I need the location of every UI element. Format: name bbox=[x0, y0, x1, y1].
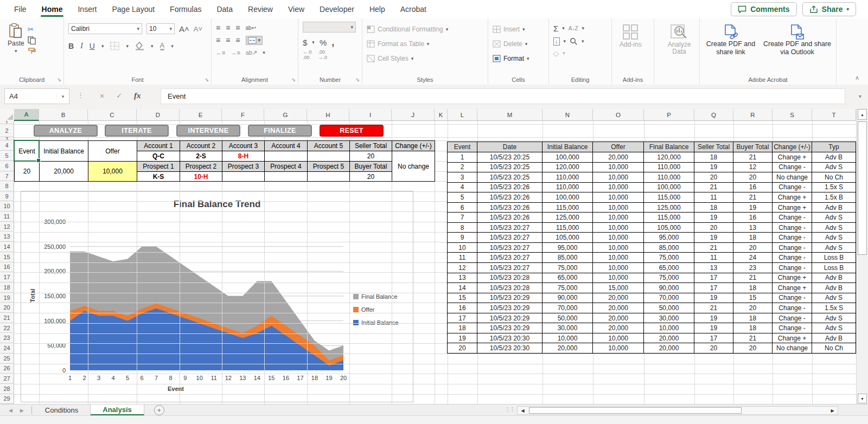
cell[interactable]: 10/5/23 20:27 bbox=[477, 233, 542, 243]
select-all-corner[interactable] bbox=[0, 109, 15, 121]
row-header-13[interactable]: 13 bbox=[0, 232, 14, 242]
cell[interactable]: 50,000 bbox=[542, 313, 593, 323]
clear-icon[interactable]: ◇ bbox=[553, 49, 559, 57]
cell[interactable]: 17 bbox=[694, 273, 733, 283]
cell[interactable]: 20,000 bbox=[593, 313, 644, 323]
formula-input[interactable]: Event bbox=[161, 88, 845, 104]
cell[interactable]: 16 bbox=[733, 213, 773, 223]
ribbon-tab-review[interactable]: Review bbox=[241, 2, 279, 17]
row-header-25[interactable]: 25 bbox=[0, 354, 14, 364]
cell[interactable]: 20,000 bbox=[593, 303, 644, 313]
cell[interactable]: No Ch bbox=[812, 343, 856, 354]
row-header-26[interactable]: 26 bbox=[0, 364, 14, 374]
row-header-2[interactable]: 2 bbox=[0, 124, 14, 137]
cell[interactable]: 18 bbox=[694, 152, 733, 163]
cell[interactable]: 10,000 bbox=[593, 273, 644, 283]
cell[interactable]: 10-H bbox=[180, 171, 222, 182]
cell[interactable]: Account 2 bbox=[180, 140, 222, 151]
ribbon-tab-acrobat[interactable]: Acrobat bbox=[394, 2, 433, 17]
cell[interactable]: 10/5/23 20:25 bbox=[477, 152, 542, 163]
cell[interactable]: Change - bbox=[773, 182, 812, 192]
cell[interactable]: 20 bbox=[733, 303, 773, 313]
row-header-22[interactable]: 22 bbox=[0, 323, 14, 333]
cell[interactable]: 10,000 bbox=[88, 161, 137, 182]
cell[interactable]: 75,000 bbox=[542, 283, 593, 293]
cell[interactable]: 16 bbox=[733, 182, 773, 192]
cell[interactable]: 100,000 bbox=[542, 192, 593, 203]
cell[interactable]: Adv S bbox=[812, 233, 856, 243]
cell[interactable]: 10/5/23 20:30 bbox=[477, 333, 542, 343]
row-header-12[interactable]: 12 bbox=[0, 222, 14, 232]
cell-styles-button[interactable]: Cell Styles ▾ bbox=[367, 51, 483, 66]
cell[interactable]: 13 bbox=[694, 263, 733, 273]
row-header-6[interactable]: 6 bbox=[0, 161, 14, 171]
cell[interactable]: 75,000 bbox=[644, 273, 694, 283]
cell[interactable]: 24 bbox=[733, 253, 773, 263]
cell[interactable]: 14 bbox=[448, 283, 477, 293]
cell[interactable]: Buyer Total bbox=[349, 161, 392, 172]
cell[interactable]: Account 5 bbox=[307, 140, 350, 151]
cell[interactable]: Prospect 3 bbox=[222, 161, 265, 172]
cell[interactable]: 125,000 bbox=[542, 213, 593, 223]
row-header-5[interactable]: 5 bbox=[0, 151, 14, 161]
cell[interactable]: 105,000 bbox=[542, 233, 593, 243]
cell[interactable]: 10,000 bbox=[593, 222, 644, 233]
cell[interactable]: Change + bbox=[773, 192, 812, 203]
alignment-dialog-launcher-icon[interactable]: ⇘ bbox=[291, 77, 296, 82]
column-header-H[interactable]: H bbox=[307, 109, 349, 121]
cell[interactable]: 10/5/23 20:29 bbox=[477, 313, 542, 323]
column-header-P[interactable]: P bbox=[644, 109, 694, 121]
cell[interactable]: 10,000 bbox=[593, 333, 644, 343]
cell[interactable]: 30,000 bbox=[542, 323, 593, 333]
italic-button[interactable]: I bbox=[80, 42, 83, 50]
cancel-icon[interactable]: × bbox=[100, 92, 104, 100]
ribbon-tab-view[interactable]: View bbox=[282, 2, 311, 17]
hscroll-right-icon[interactable]: ▶ bbox=[828, 407, 837, 414]
cell[interactable]: 19 bbox=[694, 233, 733, 243]
column-header-F[interactable]: F bbox=[222, 109, 264, 121]
cell[interactable]: 10,000 bbox=[593, 192, 644, 203]
cell[interactable]: 21 bbox=[733, 273, 773, 283]
cell[interactable]: 3 bbox=[448, 172, 477, 183]
cell[interactable]: 15,000 bbox=[593, 283, 644, 293]
cell[interactable]: 30,000 bbox=[644, 313, 694, 323]
cell[interactable]: 10,000 bbox=[593, 172, 644, 183]
merge-and-center-button[interactable]: ▾ bbox=[246, 36, 263, 45]
events-col-date[interactable]: Date bbox=[477, 142, 542, 152]
cell[interactable]: 10,000 bbox=[593, 213, 644, 223]
cell[interactable]: No change bbox=[773, 172, 812, 183]
clipboard-dialog-launcher-icon[interactable]: ⇘ bbox=[57, 77, 61, 82]
fill-color-chevron-icon[interactable]: ▾ bbox=[151, 43, 154, 49]
row-header-7[interactable]: 7 bbox=[0, 171, 14, 181]
cell[interactable]: Prospect 5 bbox=[307, 161, 350, 172]
cell[interactable]: Loss B bbox=[812, 263, 856, 273]
row-header-15[interactable]: 15 bbox=[0, 252, 14, 262]
cell[interactable]: 1 bbox=[448, 152, 477, 163]
accounting-chevron-icon[interactable]: ▾ bbox=[312, 40, 315, 45]
cut-icon[interactable]: ✂ bbox=[28, 25, 36, 34]
cell[interactable]: 10/5/23 20:28 bbox=[477, 273, 542, 283]
cell[interactable]: Change - bbox=[773, 313, 812, 323]
cell[interactable]: 18 bbox=[448, 323, 477, 333]
hscroll-left-icon[interactable]: ◀ bbox=[518, 407, 527, 414]
cell[interactable]: 10/5/23 20:27 bbox=[477, 222, 542, 233]
analyze-data-button[interactable]: Analyze Data bbox=[659, 22, 700, 56]
row-header-29[interactable]: 29 bbox=[0, 394, 14, 404]
sheet-tab-analysis[interactable]: Analysis bbox=[91, 404, 144, 416]
column-header-T[interactable]: T bbox=[812, 109, 856, 121]
cell[interactable]: 17 bbox=[448, 313, 477, 323]
row-header-21[interactable]: 21 bbox=[0, 313, 14, 323]
cell[interactable]: Change - bbox=[773, 323, 812, 333]
cell[interactable]: Change - bbox=[773, 303, 812, 313]
row-header-27[interactable]: 27 bbox=[0, 374, 14, 384]
cell[interactable]: 20 bbox=[14, 161, 40, 182]
cell[interactable]: Initial Balance bbox=[39, 140, 88, 162]
cell[interactable]: 10/5/23 20:26 bbox=[477, 213, 542, 223]
cell[interactable]: 19 bbox=[694, 162, 733, 172]
cell[interactable]: Adv B bbox=[812, 273, 856, 283]
name-box[interactable]: A4 ▾ bbox=[4, 88, 69, 104]
cell[interactable]: 18 bbox=[733, 283, 773, 293]
row-header-8[interactable]: 8 bbox=[0, 181, 14, 191]
cell[interactable]: Prospect 1 bbox=[137, 161, 180, 172]
row-header-23[interactable]: 23 bbox=[0, 333, 14, 344]
